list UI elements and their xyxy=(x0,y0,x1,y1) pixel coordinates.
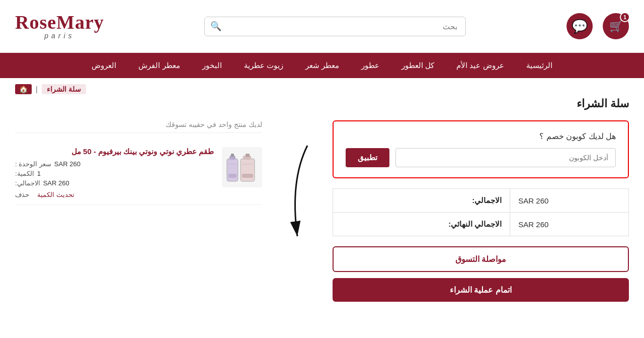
svg-rect-8 xyxy=(246,154,250,157)
subtotal-row: SAR 260 الاجمالي: xyxy=(333,189,628,213)
svg-rect-10 xyxy=(242,174,253,178)
item-image xyxy=(222,147,262,187)
checkout-button[interactable]: اتمام عملية الشراء xyxy=(333,278,629,302)
svg-rect-4 xyxy=(228,164,236,165)
total-row: SAR 260 الاجمالي: xyxy=(15,179,214,187)
nav-item-offers[interactable]: العروض xyxy=(80,53,127,78)
qty-label: الكمية: xyxy=(15,170,34,177)
svg-rect-5 xyxy=(228,174,236,178)
item-total-label: الاجمالي: xyxy=(15,179,40,187)
main-container: هل لديك كوبون خصم ؟ تطبيق SAR 260 الاجما… xyxy=(0,115,644,322)
final-total-row: SAR 260 الاجمالي النهائي: xyxy=(333,213,628,236)
coupon-input[interactable] xyxy=(395,148,616,167)
annotation-arrow-container xyxy=(277,120,317,241)
nav-list: الرئيسية عروض عيد الأم كل العطور عطور مع… xyxy=(10,53,634,78)
nav-item-mothers-day[interactable]: عروض عيد الأم xyxy=(445,53,515,78)
cart-icon: 🛒 xyxy=(609,20,623,33)
nav-item-home[interactable]: الرئيسية xyxy=(515,53,564,78)
update-qty-link[interactable]: تحديث الكمية xyxy=(37,191,74,198)
item-name: طقم عطري نوتي ونوتي بينك بيرفيوم - 50 مل xyxy=(15,147,214,156)
qty-value: 1 xyxy=(37,170,41,177)
logo-rose: Rose xyxy=(15,12,56,33)
logo: RoseMary paris xyxy=(15,13,104,40)
coupon-question: هل لديك كوبون خصم ؟ xyxy=(346,131,616,141)
breadcrumb: 🏠 | سلة الشراء xyxy=(0,78,644,96)
svg-rect-6 xyxy=(240,159,255,181)
nav-item-all-perfumes[interactable]: كل العطور xyxy=(390,53,445,78)
totals-table: SAR 260 الاجمالي: SAR 260 الاجمالي النها… xyxy=(333,188,629,236)
unit-price-value: SAR 260 xyxy=(54,160,80,168)
item-actions: تحديث الكمية حذف xyxy=(15,191,214,198)
svg-rect-9 xyxy=(242,164,253,165)
subtotal-label: الاجمالي: xyxy=(333,189,510,213)
header: 🛒 1 💬 🔍 RoseMary paris xyxy=(0,0,644,53)
breadcrumb-home[interactable]: 🏠 xyxy=(15,84,32,94)
whatsapp-button[interactable]: 💬 xyxy=(567,13,593,39)
cart-button[interactable]: 🛒 1 xyxy=(603,13,629,39)
logo-mary: Mary xyxy=(56,12,104,33)
nav-item-hair-perfume[interactable]: معطر شعر xyxy=(294,53,350,78)
continue-shopping-button[interactable]: مواصلة التسوق xyxy=(333,246,629,272)
page-title: سلة الشراء xyxy=(0,96,644,115)
search-input[interactable] xyxy=(204,17,466,36)
search-bar: 🔍 xyxy=(204,17,466,36)
subtotal-value: SAR 260 xyxy=(510,189,629,213)
whatsapp-icon: 💬 xyxy=(572,19,588,34)
header-actions: 🛒 1 💬 xyxy=(567,13,629,39)
item-total-value: SAR 260 xyxy=(43,179,69,187)
qty-row: 1 الكمية: xyxy=(15,170,214,177)
breadcrumb-current: سلة الشراء xyxy=(42,84,86,94)
coupon-apply-button[interactable]: تطبيق xyxy=(346,148,389,167)
svg-rect-1 xyxy=(227,159,238,181)
logo-paris: paris xyxy=(15,32,104,40)
item-details: طقم عطري نوتي ونوتي بينك بيرفيوم - 50 مل… xyxy=(15,147,214,198)
main-nav: الرئيسية عروض عيد الأم كل العطور عطور مع… xyxy=(0,53,644,78)
nav-item-mattress[interactable]: معطر الفرش xyxy=(127,53,191,78)
logo-text: RoseMary xyxy=(15,13,104,32)
unit-price-row: SAR 260 سعر الوحدة : xyxy=(15,160,214,168)
annotation-arrow xyxy=(280,141,315,241)
breadcrumb-separator: | xyxy=(36,85,38,93)
search-icon: 🔍 xyxy=(210,21,221,32)
cart-info-text: لديك منتج واحد في حقيبه تسوقك xyxy=(15,120,262,133)
nav-item-incense[interactable]: البخور xyxy=(191,53,233,78)
cart-left-panel: هل لديك كوبون خصم ؟ تطبيق SAR 260 الاجما… xyxy=(333,120,629,302)
svg-rect-3 xyxy=(231,154,234,157)
cart-right-panel: لديك منتج واحد في حقيبه تسوقك xyxy=(15,120,262,205)
final-total-label: الاجمالي النهائي: xyxy=(333,213,510,236)
nav-item-oils[interactable]: زيوت عطرية xyxy=(233,53,294,78)
cart-badge: 1 xyxy=(620,12,630,22)
coupon-row: تطبيق xyxy=(346,148,616,167)
delete-item-link[interactable]: حذف xyxy=(15,191,29,198)
cart-item: طقم عطري نوتي ونوتي بينك بيرفيوم - 50 مل… xyxy=(15,141,262,205)
coupon-box: هل لديك كوبون خصم ؟ تطبيق xyxy=(333,120,629,178)
nav-item-perfumes[interactable]: عطور xyxy=(350,53,390,78)
final-total-value: SAR 260 xyxy=(510,213,629,236)
unit-price-label: سعر الوحدة : xyxy=(15,160,51,168)
action-buttons: مواصلة التسوق اتمام عملية الشراء xyxy=(333,246,629,302)
product-image-svg xyxy=(224,149,260,186)
